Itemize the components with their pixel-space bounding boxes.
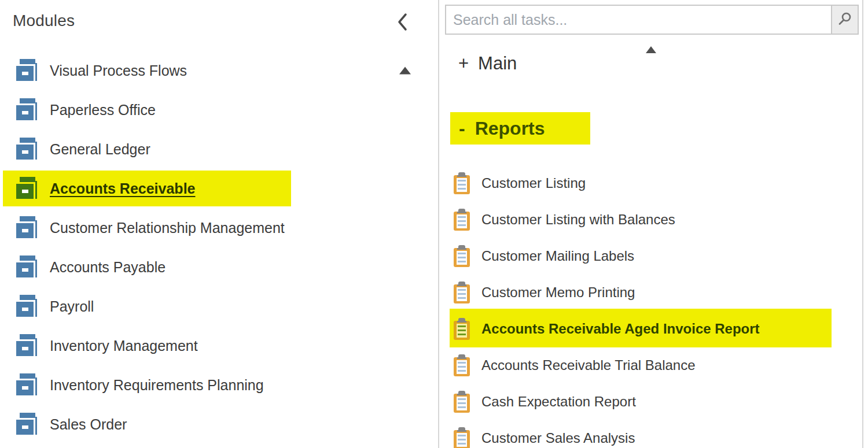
collapse-minus-icon: - <box>459 118 465 139</box>
tasks-panel: + Main - Reports Customer Listing Custom… <box>438 0 863 448</box>
module-item-label: Accounts Receivable <box>50 180 196 197</box>
task-item-accounts-receivable-aged-invoice-report[interactable]: Accounts Receivable Aged Invoice Report <box>439 310 862 347</box>
module-box-icon <box>16 98 38 121</box>
clipboard-icon <box>454 391 470 413</box>
module-box-icon <box>16 413 38 436</box>
module-item-label: Inventory Requirements Planning <box>50 377 264 394</box>
module-item-customer-relationship-management[interactable]: Customer Relationship Management <box>0 208 438 247</box>
module-item-inventory-requirements-planning[interactable]: Inventory Requirements Planning <box>0 365 438 405</box>
clipboard-icon <box>454 427 470 448</box>
clipboard-icon <box>454 245 470 267</box>
task-item-label: Customer Listing <box>481 175 586 191</box>
task-item-customer-sales-analysis[interactable]: Customer Sales Analysis <box>439 420 862 448</box>
modules-panel: Modules Visual Process Flows Paperless O… <box>0 0 438 448</box>
expand-plus-icon: + <box>458 53 469 74</box>
clipboard-icon <box>454 318 470 340</box>
module-item-sales-order[interactable]: Sales Order <box>0 405 438 444</box>
task-item-label: Customer Sales Analysis <box>481 430 635 446</box>
modules-list: Visual Process Flows Paperless Office Ge… <box>0 51 438 444</box>
task-search-bar <box>445 5 859 35</box>
task-group-label: Reports <box>475 118 545 139</box>
task-item-label: Cash Expectation Report <box>481 394 636 410</box>
module-item-label: General Ledger <box>50 141 150 158</box>
search-input[interactable] <box>446 6 831 34</box>
module-item-label: Accounts Payable <box>50 259 165 276</box>
module-box-icon <box>16 59 38 82</box>
scroll-up-triangle-icon[interactable] <box>646 46 656 53</box>
task-item-customer-listing[interactable]: Customer Listing <box>439 165 862 201</box>
task-group-reports[interactable]: - Reports <box>450 112 590 145</box>
modules-panel-title: Modules <box>13 12 75 29</box>
task-item-label: Accounts Receivable Trial Balance <box>481 357 696 373</box>
task-item-customer-listing-with-balances[interactable]: Customer Listing with Balances <box>439 201 862 238</box>
search-icon <box>837 12 852 28</box>
module-item-paperless-office[interactable]: Paperless Office <box>0 90 438 129</box>
collapse-up-triangle-icon[interactable] <box>399 67 411 75</box>
module-item-label: Payroll <box>50 298 94 315</box>
module-item-accounts-receivable[interactable]: Accounts Receivable <box>0 169 438 208</box>
task-item-label: Accounts Receivable Aged Invoice Report <box>481 321 760 337</box>
module-box-icon <box>16 334 38 357</box>
module-item-visual-process-flows[interactable]: Visual Process Flows <box>0 51 438 90</box>
module-item-inventory-management[interactable]: Inventory Management <box>0 326 438 365</box>
module-item-accounts-payable[interactable]: Accounts Payable <box>0 247 438 287</box>
module-item-label: Visual Process Flows <box>50 62 187 79</box>
clipboard-icon <box>454 172 470 194</box>
module-item-label: Customer Relationship Management <box>50 220 285 236</box>
task-item-accounts-receivable-trial-balance[interactable]: Accounts Receivable Trial Balance <box>439 347 862 383</box>
task-item-label: Customer Mailing Labels <box>481 248 634 264</box>
task-group-main[interactable]: + Main <box>458 53 517 74</box>
task-item-cash-expectation-report[interactable]: Cash Expectation Report <box>439 383 862 420</box>
clipboard-icon <box>454 209 470 231</box>
module-box-icon <box>16 295 38 318</box>
app-window: Modules Visual Process Flows Paperless O… <box>0 0 868 448</box>
modules-header: Modules <box>13 12 438 37</box>
clipboard-icon <box>454 354 470 376</box>
task-item-label: Customer Memo Printing <box>481 284 635 301</box>
module-item-label: Sales Order <box>50 416 127 433</box>
module-item-general-ledger[interactable]: General Ledger <box>0 129 438 169</box>
task-item-label: Customer Listing with Balances <box>481 212 675 228</box>
tasks-list: Customer Listing Customer Listing with B… <box>439 165 862 448</box>
clipboard-icon <box>454 282 470 303</box>
module-box-icon <box>16 177 38 200</box>
search-button[interactable] <box>831 6 858 34</box>
module-item-payroll[interactable]: Payroll <box>0 287 438 326</box>
task-item-customer-memo-printing[interactable]: Customer Memo Printing <box>439 274 862 310</box>
module-item-label: Paperless Office <box>50 102 156 119</box>
module-box-icon <box>16 373 38 397</box>
task-item-customer-mailing-labels[interactable]: Customer Mailing Labels <box>439 238 862 274</box>
collapse-panel-chevron-left-icon[interactable] <box>396 13 408 31</box>
task-group-label: Main <box>478 53 517 74</box>
module-box-icon <box>16 256 38 279</box>
module-item-label: Inventory Management <box>50 338 198 354</box>
module-box-icon <box>16 138 38 161</box>
module-box-icon <box>16 216 38 239</box>
